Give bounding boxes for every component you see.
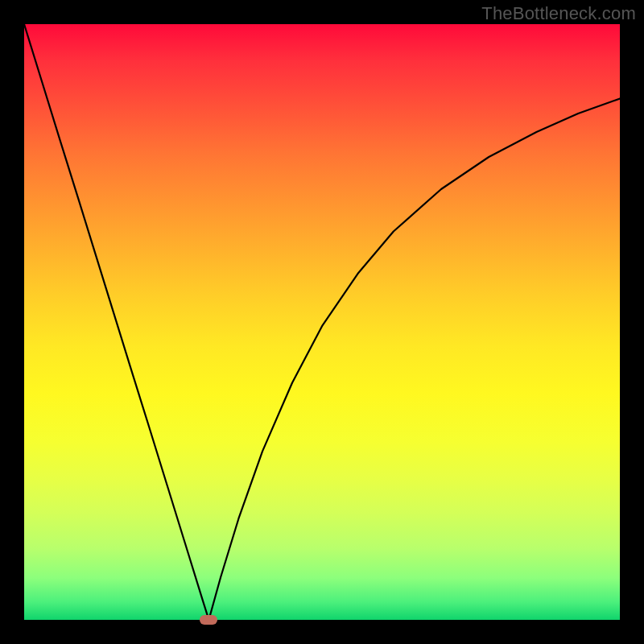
chart-frame: TheBottleneck.com [0, 0, 644, 644]
curve-left-branch [24, 24, 208, 620]
minimum-marker [200, 615, 217, 625]
curve-svg [24, 24, 620, 620]
curve-right-branch [208, 99, 620, 621]
plot-area [24, 24, 620, 620]
attribution-label: TheBottleneck.com [481, 3, 636, 24]
